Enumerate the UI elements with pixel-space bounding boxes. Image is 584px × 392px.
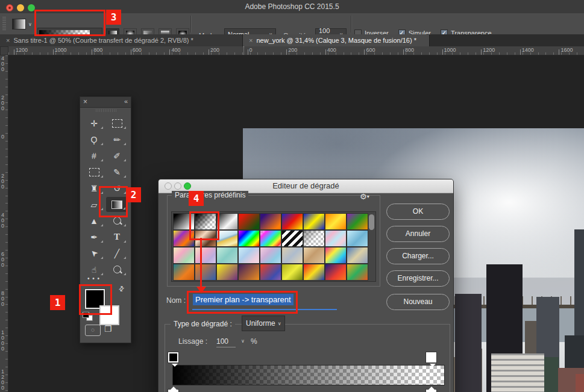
color-stop-right[interactable] xyxy=(426,390,436,392)
close-panel-icon[interactable]: × xyxy=(83,98,87,106)
opacity-stop-right[interactable] xyxy=(426,352,436,362)
gradient-preset-19[interactable] xyxy=(195,247,216,263)
color-stop-left[interactable] xyxy=(168,390,178,392)
gradient-preset-25[interactable] xyxy=(325,247,346,263)
history-brush-tool[interactable]: ↺ xyxy=(105,180,128,196)
rectangular-marquee-tool[interactable] xyxy=(105,115,128,131)
presets-scrollbar[interactable] xyxy=(369,214,374,230)
enregistrer-button[interactable]: Enregistrer... xyxy=(386,270,450,287)
gradient-preset-27[interactable] xyxy=(174,264,194,280)
gradient-preset-29[interactable] xyxy=(217,264,237,280)
pen-tool[interactable]: ✒ xyxy=(83,229,105,245)
screen-mode-button[interactable]: ❐ xyxy=(104,324,112,334)
path-selection-tool[interactable]: ➤ xyxy=(83,245,105,261)
tab-label: new_york @ 31,4% (Calque 3, Masque de fu… xyxy=(256,37,416,44)
tab-sans-titre-1[interactable]: × Sans titre-1 @ 50% (Courbe transfert d… xyxy=(0,34,243,46)
spot-healing-brush-tool-icon xyxy=(89,168,99,176)
smoothness-input[interactable]: 100 xyxy=(216,337,236,347)
gradient-preset-10[interactable] xyxy=(195,231,216,246)
gradient-preset-17[interactable] xyxy=(347,231,368,246)
gradient-preset-15[interactable] xyxy=(304,231,324,246)
gradient-preset-33[interactable] xyxy=(304,264,324,280)
gradient-preset-20[interactable] xyxy=(217,247,237,263)
quick-selection-tool[interactable]: ✏ xyxy=(105,131,128,148)
panel-grip[interactable] xyxy=(80,108,131,113)
gradient-preset-30[interactable] xyxy=(239,264,259,280)
gradient-preset-14[interactable] xyxy=(282,231,303,246)
gradient-preset-23[interactable] xyxy=(282,247,303,263)
document-tab-bar: × Sans titre-1 @ 50% (Courbe transfert d… xyxy=(0,34,584,46)
move-tool[interactable]: ✛ xyxy=(83,115,105,131)
v-ruler-label: 4 0 0 xyxy=(1,213,7,229)
gradient-preset-8[interactable] xyxy=(347,214,368,229)
gradient-preset-32[interactable] xyxy=(282,264,303,280)
path-selection-tool-icon: ➤ xyxy=(88,247,100,260)
gradient-preset-9[interactable] xyxy=(174,231,194,246)
gradient-preset-1-selected[interactable] xyxy=(195,214,216,229)
background-color-swatch[interactable] xyxy=(99,305,119,325)
gradient-preset-21[interactable] xyxy=(239,247,259,263)
gradient-preset-22[interactable] xyxy=(260,247,281,263)
crop-tool[interactable]: # xyxy=(83,148,105,164)
quick-mask-button[interactable]: ◌ xyxy=(85,325,101,336)
name-input[interactable]: Premier plan -> transparent xyxy=(193,294,294,305)
close-tab-icon[interactable]: × xyxy=(6,37,10,44)
gradient-preset-2[interactable] xyxy=(217,214,237,229)
photo-building xyxy=(491,353,544,392)
step-badge-4: 4 xyxy=(189,191,204,206)
gradient-preset-0[interactable] xyxy=(174,214,194,229)
zoom-tool[interactable] xyxy=(105,261,128,278)
lasso-tool[interactable]: Ϙ xyxy=(83,131,105,148)
edit-toolbar-icon[interactable]: • • • xyxy=(87,275,100,282)
v-ruler-label: 8 0 0 xyxy=(1,291,7,307)
smoothness-unit: % xyxy=(251,337,257,346)
clone-stamp-tool-icon: ♜ xyxy=(90,184,98,193)
gradient-preset-5[interactable] xyxy=(282,214,303,229)
gradient-preset-34[interactable] xyxy=(325,264,346,280)
gradient-preset-6[interactable] xyxy=(304,214,324,229)
gradient-tool[interactable] xyxy=(106,197,128,212)
gradient-preset-7[interactable] xyxy=(325,214,346,229)
gradient-edit-bar[interactable] xyxy=(172,365,445,385)
annuler-button[interactable]: Annuler xyxy=(386,226,450,242)
gradient-type-select[interactable]: Uniforme ∨ xyxy=(242,316,285,331)
gradient-editor-dialog: Editeur de dégradé Paramètres prédéfinis… xyxy=(158,179,454,392)
eyedropper-tool[interactable]: ✐ xyxy=(105,148,128,164)
gradient-preset-18[interactable] xyxy=(174,247,194,263)
close-tab-icon[interactable]: × xyxy=(249,37,253,44)
spot-healing-brush-tool[interactable] xyxy=(83,164,105,180)
eraser-tool[interactable]: ▱ xyxy=(83,196,105,213)
gradient-preset-35[interactable] xyxy=(347,264,368,280)
gradient-preset-11[interactable] xyxy=(217,231,237,246)
gradient-preset-3[interactable] xyxy=(239,214,259,229)
dodge-tool[interactable] xyxy=(105,213,128,229)
gradient-preset-28[interactable] xyxy=(195,264,216,280)
v-ruler-label: 4 0 0 xyxy=(1,56,7,72)
gradient-preset-26[interactable] xyxy=(347,247,368,263)
gradient-preset-4[interactable] xyxy=(260,214,281,229)
charger-button[interactable]: Charger... xyxy=(386,248,450,264)
gradient-preset-12[interactable] xyxy=(239,231,259,246)
clone-stamp-tool[interactable]: ♜ xyxy=(83,180,105,196)
default-colors-button[interactable] xyxy=(83,312,92,320)
gradient-preset-13[interactable] xyxy=(260,231,281,246)
h-ruler-label: 1200 xyxy=(483,47,495,53)
gradient-preset-31[interactable] xyxy=(260,264,281,280)
tab-new-york[interactable]: × new_york @ 31,4% (Calque 3, Masque de … xyxy=(243,34,430,46)
gradient-preset-16[interactable] xyxy=(325,231,346,246)
tools-panel-header[interactable]: × « xyxy=(80,97,131,108)
nouveau-button[interactable]: Nouveau xyxy=(386,294,450,310)
collapse-panel-icon[interactable]: « xyxy=(124,98,128,105)
ok-button[interactable]: OK xyxy=(386,204,450,220)
line-tool[interactable]: ╱ xyxy=(105,245,128,261)
gear-menu-icon[interactable]: ⚙▾ xyxy=(360,192,369,201)
blur-tool[interactable]: ▲ xyxy=(83,213,105,229)
brush-tool[interactable]: ✎ xyxy=(105,164,128,180)
opacity-stop-left[interactable] xyxy=(168,352,178,362)
options-bar-grip[interactable] xyxy=(2,17,6,31)
gradient-preset-24[interactable] xyxy=(304,247,324,263)
type-tool[interactable]: T xyxy=(105,229,128,245)
tool-preset-picker[interactable]: ∨ xyxy=(12,17,35,31)
swap-colors-icon[interactable]: ⇄ xyxy=(117,284,127,294)
zoom-tool-icon xyxy=(113,266,121,273)
